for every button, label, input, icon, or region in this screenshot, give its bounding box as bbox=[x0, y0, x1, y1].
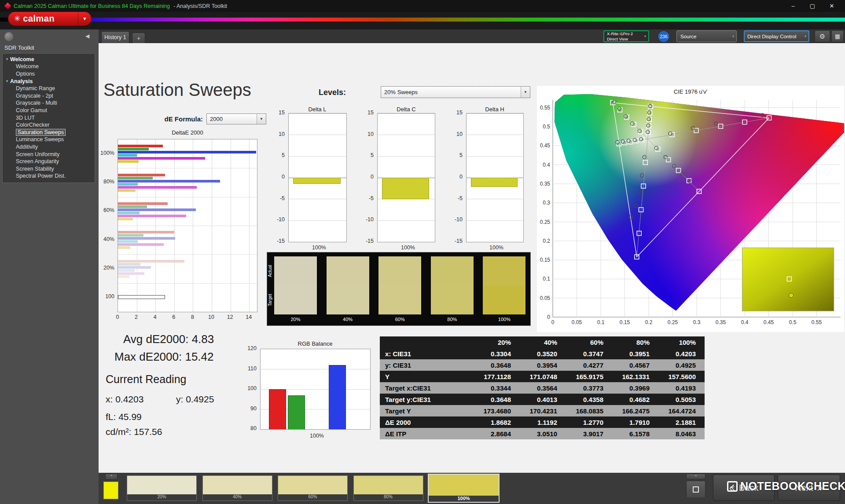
cell: 0.3648 bbox=[474, 394, 520, 405]
chevron-down-icon[interactable]: ▼ bbox=[78, 12, 91, 26]
zoom-inset bbox=[742, 248, 834, 311]
calman-logo-label: calman bbox=[23, 14, 55, 24]
cell: 170.4231 bbox=[520, 405, 566, 416]
expand-patches-button[interactable]: ⌃ bbox=[105, 474, 118, 480]
actual-swatch bbox=[378, 256, 421, 285]
axis-label: -5 bbox=[458, 195, 463, 201]
sidebar-item-label: Screen Stability bbox=[16, 166, 54, 172]
expand-options-button[interactable]: ⌃ bbox=[686, 474, 705, 479]
col-header: 60% bbox=[566, 336, 612, 348]
axis-label: -5 bbox=[280, 195, 285, 201]
meter-label: X-Rite i1Pro 2 Direct View bbox=[607, 31, 642, 42]
bar bbox=[118, 183, 138, 186]
sidebar-item-saturation-sweeps[interactable]: Saturation Sweeps bbox=[3, 129, 95, 136]
main-content: Saturation Sweeps Levels: 20% Sweeps ▼ d… bbox=[99, 43, 845, 473]
source-dropdown[interactable]: Source ▼ bbox=[676, 30, 737, 42]
axis-label: 10 bbox=[206, 314, 217, 320]
sidebar-item-color-gamut[interactable]: Color Gamut bbox=[3, 107, 95, 114]
grid-line bbox=[467, 135, 523, 135]
de-formula-dropdown[interactable]: 2000 ▼ bbox=[206, 113, 266, 124]
sidebar-item-options[interactable]: Options bbox=[3, 70, 95, 78]
swatch-compare-panel: Actual Target 20%40%60%80%100% bbox=[267, 252, 531, 326]
layout-button[interactable]: ▦ bbox=[831, 30, 844, 42]
col-header: 40% bbox=[520, 336, 566, 348]
bar bbox=[118, 151, 256, 153]
sidebar-item-colorchecker[interactable]: ColorChecker bbox=[3, 121, 95, 129]
window-subtitle: - Analysis/SDR Toolkit bbox=[173, 3, 227, 9]
target-swatch bbox=[378, 285, 421, 314]
sidebar-item-grayscale-2pt[interactable]: Grayscale - 2pt bbox=[3, 92, 95, 100]
collapse-sidebar-button[interactable]: ◀ bbox=[85, 33, 89, 39]
calman-logo-button[interactable]: ✳ calman ▼ bbox=[8, 11, 92, 26]
axis-label: 6 bbox=[169, 314, 179, 320]
sidebar-item-luminance-sweeps[interactable]: Luminance Sweeps bbox=[3, 136, 95, 143]
tree-section-welcome[interactable]: ▾Welcome bbox=[3, 55, 95, 63]
tab-history-1[interactable]: History 1 bbox=[101, 31, 129, 43]
target-swatch bbox=[274, 285, 317, 314]
patch-button-60%[interactable]: 60% bbox=[278, 475, 348, 501]
close-button[interactable]: ✕ bbox=[822, 0, 841, 12]
meter-dropdown[interactable]: X-Rite i1Pro 2 Direct View ▼ bbox=[603, 30, 649, 42]
maximize-button[interactable]: ▢ bbox=[803, 0, 822, 12]
axis-label: 0 bbox=[371, 174, 374, 180]
de-formula-value: 2000 bbox=[207, 116, 257, 122]
patch-button-40%[interactable]: 40% bbox=[202, 475, 272, 501]
axis-label: 100 bbox=[105, 293, 114, 299]
delta-h-title: Delta H bbox=[473, 106, 517, 113]
sidebar-item-spectral-power-dist-[interactable]: Spectral Power Dist. bbox=[3, 172, 95, 180]
sidebar-item-screen-uniformity[interactable]: Screen Uniformity bbox=[3, 151, 95, 158]
sidebar-item-dynamic-range[interactable]: Dynamic Range bbox=[3, 85, 95, 92]
sidebar-item-additivity[interactable]: Additivity bbox=[3, 143, 95, 151]
cell: 0.4203 bbox=[658, 348, 705, 359]
settings-button[interactable]: ⚙ bbox=[815, 30, 830, 42]
bar bbox=[118, 266, 151, 269]
row-label: Target y:CIE31 bbox=[380, 394, 474, 405]
cell: 3.0510 bbox=[520, 428, 566, 439]
bar bbox=[118, 189, 136, 192]
cell: 1.8682 bbox=[474, 416, 520, 428]
minimize-button[interactable]: – bbox=[783, 0, 803, 12]
patch-button-20%[interactable]: 20% bbox=[127, 475, 197, 501]
y-tick-label: 0.2 bbox=[543, 238, 550, 244]
delta-bar bbox=[382, 178, 429, 199]
grid-icon: ▦ bbox=[835, 33, 840, 40]
next-button[interactable]: Next » bbox=[778, 475, 840, 501]
workflow-home-button[interactable] bbox=[4, 32, 13, 41]
row-label: Target Y bbox=[380, 405, 474, 416]
bar bbox=[118, 263, 140, 266]
window-icon bbox=[693, 486, 699, 493]
bar bbox=[118, 177, 153, 179]
chevron-left-icon: « bbox=[729, 482, 735, 494]
app-window: Calman 2025 Calman Ultimate for Business… bbox=[0, 0, 845, 504]
cell: 3.9017 bbox=[566, 428, 612, 439]
swatch-label: 40% bbox=[327, 317, 369, 322]
sidebar-item-screen-stability[interactable]: Screen Stability bbox=[3, 165, 95, 173]
patch-button-80%[interactable]: 80% bbox=[353, 475, 423, 501]
axis-label: 4 bbox=[150, 314, 160, 320]
bar bbox=[118, 157, 205, 160]
axis-label: -10 bbox=[277, 216, 285, 223]
sidebar-item-screen-angularity[interactable]: Screen Angularity bbox=[3, 158, 95, 165]
grid-line bbox=[118, 168, 257, 168]
y-tick-label: 0.25 bbox=[540, 219, 551, 225]
sidebar-item-welcome[interactable]: Welcome bbox=[3, 63, 95, 70]
add-tab-button[interactable]: + bbox=[132, 33, 145, 43]
levels-dropdown[interactable]: 20% Sweeps ▼ bbox=[381, 86, 530, 98]
display-control-dropdown[interactable]: Direct Display Control ▼ bbox=[744, 30, 809, 42]
grid-line bbox=[289, 220, 346, 221]
axis-label: 10 bbox=[367, 131, 374, 137]
sidebar-item-grayscale-multi[interactable]: Grayscale - Multi bbox=[3, 99, 95, 107]
cell: 168.0835 bbox=[566, 405, 612, 416]
grid-line bbox=[467, 156, 523, 157]
sidebar-item-label: Welcome bbox=[16, 63, 39, 69]
sidebar-title: SDR Toolkit bbox=[4, 44, 34, 51]
sidebar-item-3d-lut[interactable]: 3D LUT bbox=[3, 114, 95, 122]
tree-section-analysis[interactable]: ▾Analysis bbox=[3, 77, 95, 85]
patch-button-100%[interactable]: 100% bbox=[428, 474, 500, 503]
back-button[interactable]: « Back bbox=[713, 475, 775, 501]
back-label: Back bbox=[739, 483, 758, 493]
reading-y: y: 0.4925 bbox=[176, 394, 214, 405]
source-label: Source bbox=[680, 34, 730, 39]
results-table: 20%40%60%80%100%x: CIE310.33040.35200.37… bbox=[380, 336, 705, 439]
pattern-window-button[interactable] bbox=[686, 481, 705, 498]
